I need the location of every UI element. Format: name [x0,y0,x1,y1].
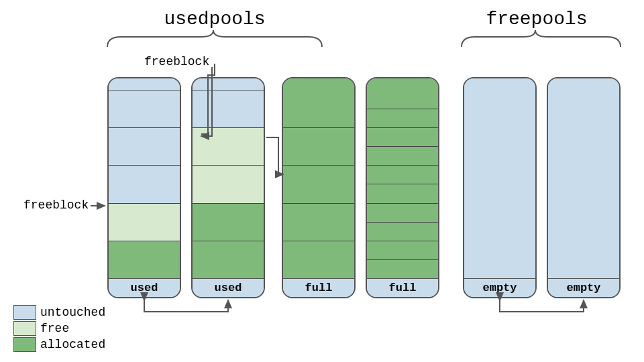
pool-footer: full [367,278,438,297]
block-allocated [367,184,438,203]
block-untouched [109,166,180,203]
legend-swatch-untouched [13,305,36,320]
pool-body [283,90,354,278]
block-untouched [109,128,180,166]
legend-label: free [40,322,69,335]
pool-header [193,78,264,90]
block-free [193,166,264,203]
legend-label: allocated [40,338,105,351]
legend-row-untouched: untouched [13,305,105,320]
block-allocated [367,128,438,147]
legend-row-free: free [13,321,105,336]
pool-body [548,90,619,278]
block-allocated [367,241,438,260]
pool-footer: used [193,278,264,297]
block-allocated [367,90,438,109]
pool-body [367,90,438,278]
block-allocated [283,128,354,166]
pool-used-1: used [107,77,181,298]
block-untouched [193,90,264,128]
block-allocated [367,204,438,223]
pool-body [109,90,180,278]
label-freeblock-left: freeblock [23,198,89,212]
block-allocated [193,241,264,278]
pool-empty-1: empty [463,77,537,298]
block-allocated [283,90,354,128]
block-allocated [283,241,354,278]
pool-footer: empty [548,278,619,297]
brace-freepools [462,30,621,47]
title-usedpools: usedpools [134,9,295,29]
pool-full-2: full [366,77,439,298]
pool-header [109,78,180,90]
pool-header [283,78,354,90]
title-freepools: freepools [463,9,610,29]
pool-footer: used [109,278,180,297]
link-usedpools-bottom [144,300,228,312]
pool-header [464,78,535,90]
label-freeblock-top: freeblock [144,55,209,68]
legend: untouched free allocated [13,305,105,353]
block-free [193,128,264,166]
brace-usedpools [107,30,322,47]
link-freepools-bottom [500,300,584,312]
pool-full-1: full [282,77,356,298]
block-allocated [367,260,438,278]
legend-swatch-free [13,321,36,336]
legend-row-allocated: allocated [13,337,105,352]
legend-swatch-allocated [13,337,36,352]
block-untouched [109,90,180,128]
block-allocated [193,204,264,241]
block-allocated [367,109,438,128]
pool-body [193,90,264,278]
pool-header [548,78,619,90]
block-free [109,204,180,241]
block-allocated [367,223,438,241]
pool-header [367,78,438,90]
block-allocated [367,166,438,184]
pool-empty-2: empty [547,77,621,298]
pool-used-2: used [191,77,265,298]
pool-footer: empty [464,278,535,297]
pool-footer: full [283,278,354,297]
block-allocated [283,204,354,241]
pool-body [464,90,535,278]
arrow-pool2-to-right [266,137,283,174]
block-allocated [283,166,354,203]
block-allocated [367,147,438,166]
legend-label: untouched [40,306,105,319]
block-allocated [109,241,180,278]
